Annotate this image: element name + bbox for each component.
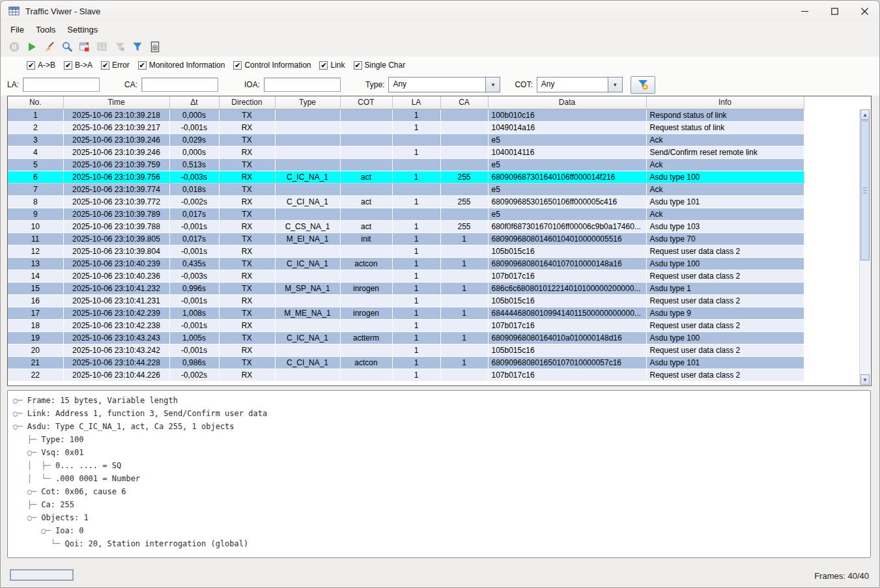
tree-node[interactable]: ├─ Ca: 255 [13, 500, 870, 513]
cell-ca: 1 [440, 257, 488, 270]
table-row[interactable]: 42025-10-06 23:10:39.2460,000sRX11040014… [8, 146, 804, 158]
checkbox-monitored-information[interactable]: ✔Monitored Information [138, 61, 225, 70]
filter-button[interactable] [128, 38, 146, 55]
column-header[interactable]: LA [392, 96, 440, 109]
tree-node[interactable]: ○─ Link: Address 1, function 3, Send/Con… [13, 409, 870, 422]
menu-file[interactable]: File [5, 23, 30, 36]
column-header[interactable]: COT [340, 96, 392, 109]
cell-direction: RX [219, 171, 275, 183]
scroll-down-icon[interactable]: ▼ [860, 374, 870, 385]
checkbox-error[interactable]: ✔Error [101, 61, 130, 70]
vertical-scrollbar[interactable]: ▲ ▼ [859, 109, 870, 385]
table-row[interactable]: 22025-10-06 23:10:39.217-0,001sRX1104901… [8, 121, 804, 133]
start-button[interactable] [23, 38, 40, 55]
table-row[interactable]: 212025-10-06 23:10:44.2280,986sTXC_CI_NA… [8, 356, 804, 369]
column-header[interactable]: Info [646, 96, 804, 109]
tree-handle-icon: └─ [13, 539, 64, 548]
cell-no: 8 [8, 195, 63, 208]
table-row[interactable]: 52025-10-06 23:10:39.7590,513sTXe5Ack [8, 158, 804, 171]
apply-filter-button[interactable] [631, 76, 655, 94]
column-header[interactable]: Direction [219, 96, 275, 109]
table-row[interactable]: 12025-10-06 23:10:39.2180,000sTX1100b010… [8, 109, 804, 121]
cell-info: Asdu type 101 [646, 356, 804, 369]
column-header[interactable]: No. [8, 96, 63, 109]
cot-dropdown[interactable]: Any ▼ [537, 77, 623, 92]
table-row-selected[interactable]: 62025-10-06 23:10:39.756-0,003sRXC_IC_NA… [8, 171, 804, 183]
table-row[interactable]: 182025-10-06 23:10:42.238-0,001sRX1107b0… [8, 319, 804, 331]
table-row[interactable]: 32025-10-06 23:10:39.2460,029sTXe5Ack [8, 133, 804, 146]
scrollbar-thumb[interactable] [860, 120, 870, 260]
checkbox-b-a[interactable]: ✔B->A [64, 61, 92, 70]
search-button[interactable] [58, 38, 76, 55]
cell-time: 2025-10-06 23:10:39.246 [63, 133, 169, 146]
column-header[interactable]: Data [488, 96, 646, 109]
cell-la: 1 [392, 282, 440, 294]
cell-time: 2025-10-06 23:10:40.239 [63, 257, 169, 270]
cell-ca [440, 294, 488, 307]
checkbox-link[interactable]: ✔Link [319, 61, 345, 70]
tree-node[interactable]: ├─ Type: 100 [13, 435, 870, 448]
table-row[interactable]: 92025-10-06 23:10:39.7890,017sTXe5Ack [8, 208, 804, 220]
table-row[interactable]: 202025-10-06 23:10:43.242-0,001sRX1105b0… [8, 344, 804, 356]
menu-settings[interactable]: Settings [61, 23, 104, 36]
tree-node[interactable]: │ ├─ 0... .... = SQ [13, 461, 870, 474]
tree-node-label: Qoi: 20, Station interrogation (global) [64, 539, 248, 548]
column-header[interactable]: CA [440, 96, 488, 109]
cell-info: Asdu type 1 [646, 282, 804, 294]
checkbox-single-char[interactable]: ✔Single Char [354, 61, 406, 70]
ca-input[interactable] [141, 77, 218, 92]
filter-gear-icon [636, 79, 649, 91]
column-header[interactable]: Δt [169, 96, 219, 109]
tree-node[interactable]: └─ Qoi: 20, Station interrogation (globa… [13, 539, 870, 552]
column-header[interactable]: Type [275, 96, 340, 109]
table-row[interactable]: 82025-10-06 23:10:39.772-0,002sRXC_CI_NA… [8, 195, 804, 208]
app-table-icon [8, 6, 20, 16]
scroll-up-icon[interactable]: ▲ [860, 109, 870, 120]
tree-node[interactable]: ○─ Cot: 0x06, cause 6 [13, 487, 870, 500]
tree-node[interactable]: ○─ Objects: 1 [13, 513, 870, 526]
table-row[interactable]: 152025-10-06 23:10:41.2320,996sTXM_SP_NA… [8, 282, 804, 294]
table-row[interactable]: 142025-10-06 23:10:40.236-0,003sRX1107b0… [8, 270, 804, 282]
panel-layout-button[interactable] [76, 38, 93, 55]
table-row[interactable]: 112025-10-06 23:10:39.8050,017sTXM_EI_NA… [8, 232, 804, 245]
table-row[interactable]: 172025-10-06 23:10:42.2391,008sTXM_ME_NA… [8, 307, 804, 319]
checkbox-control-information[interactable]: ✔Control Information [233, 61, 311, 70]
checkbox-a-b[interactable]: ✔A->B [27, 61, 55, 70]
cell-la: 1 [392, 220, 440, 232]
cell-time: 2025-10-06 23:10:39.804 [63, 245, 169, 257]
cell-la: 1 [392, 171, 440, 183]
clear-button[interactable] [40, 38, 58, 55]
minimize-button[interactable] [789, 1, 819, 21]
table-row[interactable]: 132025-10-06 23:10:40.2390,435sTXC_IC_NA… [8, 257, 804, 270]
maximize-button[interactable] [819, 1, 849, 21]
cell-data: e5 [488, 208, 646, 220]
type-dropdown[interactable]: Any ▼ [388, 77, 500, 92]
la-input[interactable] [23, 77, 100, 92]
ioa-input[interactable] [264, 77, 341, 92]
close-button[interactable] [849, 1, 879, 21]
checkbox-label: A->B [38, 61, 55, 70]
report-button[interactable] [146, 38, 163, 55]
table-row[interactable]: 72025-10-06 23:10:39.7740,018sTXe5Ack [8, 183, 804, 195]
tree-node[interactable]: ○─ Vsq: 0x01 [13, 448, 870, 461]
cell-time: 2025-10-06 23:10:40.236 [63, 270, 169, 282]
tree-node[interactable]: ○─ Asdu: Type C_IC_NA_1, act, Ca 255, 1 … [13, 422, 870, 435]
cell-la: 1 [392, 195, 440, 208]
cell-no: 16 [8, 294, 63, 307]
table-row[interactable]: 162025-10-06 23:10:41.231-0,001sRX1105b0… [8, 294, 804, 307]
column-header[interactable]: Time [63, 96, 169, 109]
tree-node[interactable]: ○─ Ioa: 0 [13, 526, 870, 539]
table-row[interactable]: 222025-10-06 23:10:44.226-0,002sRX1107b0… [8, 369, 804, 381]
tree-node[interactable]: │ └─ .000 0001 = Number [13, 474, 870, 487]
table-row[interactable]: 192025-10-06 23:10:43.2431,005sTXC_IC_NA… [8, 331, 804, 344]
cell-cot: actcon [340, 257, 392, 270]
table-row[interactable]: 102025-10-06 23:10:39.788-0,001sRXC_CS_N… [8, 220, 804, 232]
cell-cot [340, 158, 392, 171]
cell-type [275, 208, 340, 220]
menu-tools[interactable]: Tools [30, 23, 61, 36]
cell-cot [340, 183, 392, 195]
tree-handle-icon: ○─ [13, 409, 27, 418]
cell-type: C_IC_NA_1 [275, 331, 340, 344]
table-row[interactable]: 122025-10-06 23:10:39.804-0,001sRX1105b0… [8, 245, 804, 257]
tree-node[interactable]: ○─ Frame: 15 bytes, Variable length [13, 396, 870, 409]
